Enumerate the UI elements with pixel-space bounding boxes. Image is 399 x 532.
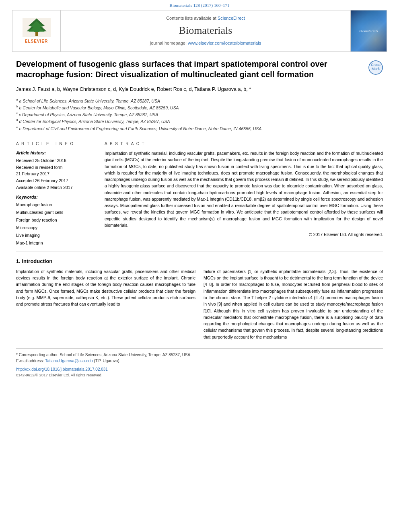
intro-col-left: Implantation of synthetic materials, inc… xyxy=(16,268,195,340)
introduction-title: 1. Introduction xyxy=(16,258,383,265)
sciencedirect-link[interactable]: ScienceDirect xyxy=(218,16,245,21)
svg-text:Cross: Cross xyxy=(371,63,380,67)
keywords-label: Keywords: xyxy=(16,194,97,200)
article-info-label: A R T I C L E I N F O xyxy=(16,141,97,147)
intro-col-right: failure of pacemakers [1] or synthetic i… xyxy=(204,268,383,340)
svg-text:Mark: Mark xyxy=(372,67,380,71)
svg-rect-1 xyxy=(35,32,38,36)
doi-link[interactable]: http://dx.doi.org/10.1016/j.biomaterials… xyxy=(16,367,108,372)
affiliation-d: d d Center for Biological Physics, Arizo… xyxy=(16,118,383,125)
elsevier-logo: ELSEVIER xyxy=(12,10,61,51)
email-link[interactable]: Tatiana.Ugarova@asu.edu xyxy=(45,359,93,363)
journal-info: Contents lists available at ScienceDirec… xyxy=(61,10,350,51)
journal-thumb-label: Biomaterials xyxy=(359,29,378,34)
journal-title: Biomaterials xyxy=(179,23,232,38)
footnotes: * Corresponding author. School of Life S… xyxy=(16,348,383,378)
journal-header: ELSEVIER Contents lists available at Sci… xyxy=(12,10,387,52)
journal-homepage: journal homepage: www.elsevier.com/locat… xyxy=(150,40,261,46)
article-info: A R T I C L E I N F O Article history: R… xyxy=(16,141,97,247)
history-label: Article history: xyxy=(16,150,97,156)
info-abstract-section: A R T I C L E I N F O Article history: R… xyxy=(16,141,383,247)
contents-line: Contents lists available at ScienceDirec… xyxy=(166,15,245,21)
doi-line[interactable]: http://dx.doi.org/10.1016/j.biomaterials… xyxy=(16,366,383,372)
divider-2 xyxy=(16,251,383,251)
abstract-text: Implantation of synthetic material, incl… xyxy=(105,150,383,228)
affiliation-b: b b Center for Metabolic and Vascular Bi… xyxy=(16,104,383,111)
email-footnote: E-mail address: Tatiana.Ugarova@asu.edu … xyxy=(16,358,383,364)
introduction-section: 1. Introduction Implantation of syntheti… xyxy=(16,258,383,340)
affiliation-e: e e Department of Civil and Environmenta… xyxy=(16,125,383,132)
copyright: © 2017 Elsevier Ltd. All rights reserved… xyxy=(105,232,383,238)
divider-1 xyxy=(16,137,383,137)
keywords-list: Macrophage fusion Multinucleated giant c… xyxy=(16,201,97,246)
article-title: Development of fusogenic glass surfaces … xyxy=(16,59,383,80)
abstract-section: A B S T R A C T Implantation of syntheti… xyxy=(105,141,383,247)
journal-thumbnail: Biomaterials xyxy=(350,10,387,51)
affiliations: a a School of Life Sciences, Arizona Sta… xyxy=(16,97,383,132)
corresponding-author: * Corresponding author. School of Life S… xyxy=(16,352,383,358)
article-content: Cross Mark Development of fusogenic glas… xyxy=(12,52,387,378)
authors: James J. Faust a, b, Wayne Christenson c… xyxy=(16,85,383,93)
affiliation-c: c c Department of Physics, Arizona State… xyxy=(16,111,383,118)
crossmark-logo[interactable]: Cross Mark xyxy=(368,60,383,77)
abstract-label: A B S T R A C T xyxy=(105,141,383,147)
introduction-columns: Implantation of synthetic materials, inc… xyxy=(16,268,383,340)
tree-icon xyxy=(23,18,51,37)
elsevier-label: ELSEVIER xyxy=(25,39,48,44)
article-dates: Received 25 October 2016 Received in rev… xyxy=(16,157,97,191)
issn-line: 0142-9612/© 2017 Elsevier Ltd. All right… xyxy=(16,372,383,378)
homepage-link[interactable]: www.elsevier.com/locate/biomaterials xyxy=(188,41,261,45)
affiliation-a: a a School of Life Sciences, Arizona Sta… xyxy=(16,97,383,104)
journal-citation: Biomaterials 128 (2017) 160–171 xyxy=(0,0,399,10)
